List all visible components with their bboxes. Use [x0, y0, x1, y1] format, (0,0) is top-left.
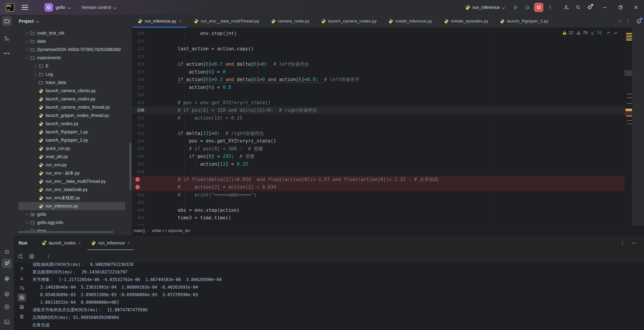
scroll-up-button[interactable]: [18, 265, 26, 273]
kebab-icon[interactable]: [620, 240, 625, 246]
search-everywhere-button[interactable]: [573, 2, 583, 12]
clear-console-button[interactable]: [18, 313, 26, 321]
tree-toggle[interactable]: [24, 56, 30, 60]
version-control-widget[interactable]: Version control: [82, 5, 116, 10]
stripe-debug-button[interactable]: [2, 247, 12, 256]
tree-toggle[interactable]: [24, 221, 30, 225]
next-problem-button[interactable]: [614, 31, 617, 34]
line-number-gutter[interactable]: 337: [132, 160, 150, 168]
tree-item-run_env_dataGrab.py[interactable]: run_env_dataGrab.py: [18, 186, 125, 194]
line-number-gutter[interactable]: 336: [132, 152, 150, 160]
tab-list-button[interactable]: [618, 19, 623, 24]
scroll-down-button[interactable]: [18, 274, 26, 282]
soft-wrap-button[interactable]: [18, 284, 26, 292]
scroll-to-end-button[interactable]: [18, 294, 26, 302]
code-line-320[interactable]: 320 env.step(jnt): [132, 30, 624, 38]
breadcrumb-item[interactable]: main(): [134, 228, 145, 233]
tree-item-run_env__data_multiThread.py[interactable]: run_env__data_multiThread.py: [18, 177, 125, 186]
breakpoint-dot[interactable]: [135, 185, 140, 189]
prev-problem-button[interactable]: [607, 31, 610, 34]
stripe-services-button[interactable]: [2, 289, 12, 299]
stripe-project-button[interactable]: [2, 16, 12, 26]
run-panel-title[interactable]: Run: [19, 240, 28, 246]
editor[interactable]: 320 env.step(jnt)321322 last_action = ac…: [132, 28, 632, 225]
editor-tab-launch_camera_nodes.py[interactable]: launch_camera_nodes.py: [315, 15, 382, 28]
stripe-terminal-button[interactable]: [2, 317, 12, 327]
line-number-gutter[interactable]: 334: [132, 137, 150, 145]
line-number-gutter[interactable]: 323: [132, 53, 150, 60]
tree-item-experiments[interactable]: experiments: [18, 54, 125, 62]
tree-toggle[interactable]: [24, 31, 30, 35]
code-line-325[interactable]: 325 action[6] = 0: [132, 68, 624, 76]
tree-item-gello.egg-info[interactable]: gello.egg-info: [18, 218, 125, 227]
tree-item-E[interactable]: E: [18, 62, 125, 70]
run-button[interactable]: [511, 2, 521, 12]
tree-horizontal-scrollbar[interactable]: [18, 231, 114, 233]
tree-item-run_env.py[interactable]: run_env.py: [18, 161, 125, 169]
tree-toggle[interactable]: [24, 40, 30, 44]
notifications-button[interactable]: [636, 18, 642, 24]
tree-item-imgs[interactable]: imgs: [18, 227, 125, 235]
line-number-gutter[interactable]: 331: [132, 114, 150, 122]
line-number-gutter[interactable]: 325: [132, 68, 150, 76]
rerun-button[interactable]: [16, 252, 24, 260]
tree-item-run_env - 副本.py[interactable]: run_env - 副本.py: [18, 169, 125, 177]
tree-item-trace_data[interactable]: trace_data: [18, 78, 125, 86]
code-line-332[interactable]: 332: [132, 122, 624, 130]
code-line-343[interactable]: 343 obs = env.step(action): [132, 206, 624, 214]
editor-tab-run_inference.py[interactable]: run_inference.py: [132, 15, 188, 28]
close-button[interactable]: [631, 2, 641, 12]
settings-button[interactable]: [585, 2, 594, 12]
tree-item-quick_run.py[interactable]: quick_run.py: [18, 144, 125, 152]
tab-options-button[interactable]: [626, 19, 631, 24]
project-widget[interactable]: G gello: [44, 3, 71, 12]
line-number-gutter[interactable]: 321: [132, 38, 150, 45]
line-number-gutter[interactable]: 320: [132, 30, 150, 38]
maximize-button[interactable]: [616, 2, 625, 12]
code-line-328[interactable]: 328: [132, 91, 624, 99]
tree-item-launch_gripper_nodes_thread.py[interactable]: launch_gripper_nodes_thread.py: [18, 111, 125, 120]
line-number-gutter[interactable]: 341: [132, 191, 150, 199]
line-number-gutter[interactable]: 342: [132, 198, 150, 206]
editor-tab-run_env__data_multiThread.py[interactable]: run_env__data_multiThread.py: [188, 15, 265, 28]
code-line-324[interactable]: 324 if action[6]<0.7 and delta[6]<0: # l…: [132, 60, 624, 68]
line-number-gutter[interactable]: 335: [132, 145, 150, 153]
breadcrumb-item[interactable]: while t < episode_len: [152, 228, 190, 233]
tree-item-Log[interactable]: Log: [18, 70, 125, 78]
editor-tab-camera_node.py[interactable]: camera_node.py: [265, 15, 316, 28]
project-panel-header[interactable]: Project: [14, 15, 132, 28]
stripe-more-button[interactable]: •••: [2, 48, 12, 58]
stop-process-button[interactable]: [28, 252, 36, 260]
tree-toggle[interactable]: [24, 212, 30, 216]
run-tab-run_inference[interactable]: run_inference: [86, 236, 135, 250]
code-line-336[interactable]: 336 if pos[8] < 295: # 竖擦: [132, 152, 624, 160]
tree-item-launch_camera_nodes_thread.py[interactable]: launch_camera_nodes_thread.py: [18, 103, 125, 111]
stripe-python-console-button[interactable]: [2, 274, 12, 284]
line-number-gutter[interactable]: 345: [132, 222, 150, 226]
line-number-gutter[interactable]: 329: [132, 99, 150, 107]
stripe-run-button[interactable]: [2, 258, 12, 268]
tree-item-launch_Rgripper_1.py[interactable]: launch_Rgripper_1.py: [18, 128, 125, 136]
tree-toggle[interactable]: [24, 48, 30, 52]
main-menu-button[interactable]: [20, 3, 30, 12]
code-line-329[interactable]: 329 # pos = env.get_XYZrxryrz_state(): [132, 99, 624, 107]
code-line-326[interactable]: 326 if action[6]>0.3 and delta[6]>0 and …: [132, 76, 624, 84]
line-number-gutter[interactable]: 333: [132, 130, 150, 138]
line-number-gutter[interactable]: 330: [132, 106, 150, 114]
code-line-334[interactable]: 334 pos = env.get_XYZrxryrz_state(): [132, 137, 624, 145]
line-number-gutter[interactable]: 338: [132, 168, 150, 176]
editor-tab-launch_Rgripper_1.py[interactable]: launch_Rgripper_1.py: [494, 15, 554, 28]
line-number-gutter[interactable]: 344: [132, 214, 150, 222]
inspections-widget[interactable]: 22 78 31: [562, 30, 617, 36]
tree-item-gello[interactable]: gello: [18, 210, 125, 218]
line-number-gutter[interactable]: 332: [132, 122, 150, 130]
code-line-337[interactable]: 337 action[13] = 0.15: [132, 160, 624, 168]
code-line-323[interactable]: 323: [132, 53, 624, 60]
tree-item-launch_camera_nodes.py[interactable]: launch_camera_nodes.py: [18, 95, 125, 103]
tree-item-run_env多线程.py[interactable]: run_env多线程.py: [18, 194, 125, 202]
console-output[interactable]: 读取相机图片时间为(ms)： 9.908280792230328算法推理时间为(…: [32, 262, 644, 330]
print-button[interactable]: [18, 303, 26, 311]
run-tab-launch_nodes[interactable]: launch_nodes: [37, 236, 86, 250]
editor-tab-model_inference.py[interactable]: model_inference.py: [382, 15, 438, 28]
more-options-button[interactable]: [45, 252, 53, 260]
